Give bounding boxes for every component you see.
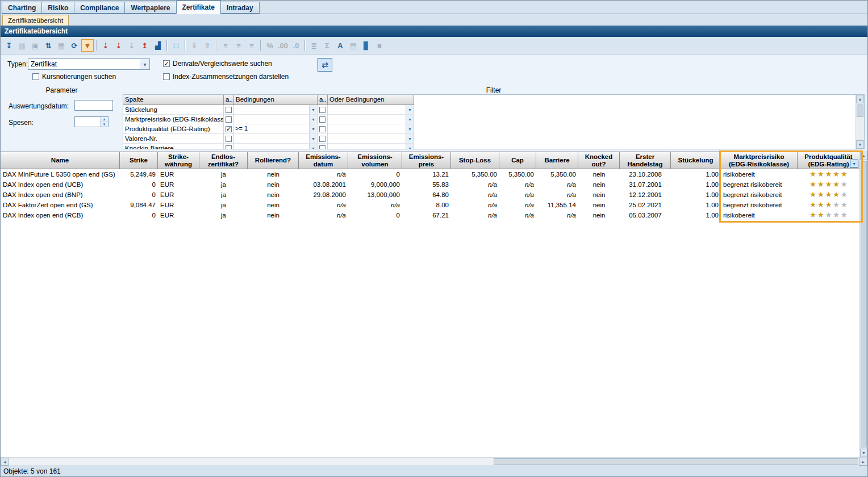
column-header-emissions[interactable]: Emissions- preis [402, 152, 451, 169]
typen-select[interactable]: Zertifikat ▾ [28, 58, 150, 70]
column-header-erster[interactable]: Erster Handelstag [620, 152, 671, 169]
align-center-icon[interactable]: ≡ [232, 39, 245, 52]
sort-clear-icon[interactable]: ⇣ [126, 39, 138, 52]
spesen-increment-button[interactable]: ▴ [101, 117, 108, 122]
filter-and-checkbox[interactable] [226, 116, 232, 123]
filter-scrollbar[interactable]: ▲ ▼ [856, 95, 864, 149]
spesen-input[interactable] [75, 117, 100, 127]
filter-condition-select[interactable]: ▾ [234, 105, 317, 114]
decrease-decimal-icon[interactable]: .0 [290, 39, 302, 52]
spesen-decrement-button[interactable]: ▾ [101, 122, 108, 127]
filter-header-1[interactable]: a.. [224, 95, 234, 105]
fit-rows-icon[interactable]: ⇅ [42, 39, 55, 52]
chart-insert-icon[interactable]: ▊ [360, 39, 373, 52]
filter-header-0[interactable]: Spalte [123, 95, 224, 105]
calendar-icon[interactable]: ▦ [55, 39, 68, 52]
sum-icon[interactable]: Σ [321, 39, 333, 52]
tab-zertifikate[interactable]: Zertifikate [176, 1, 221, 14]
new-window-icon[interactable]: □ [170, 39, 182, 52]
filter-or-checkbox[interactable] [319, 107, 326, 113]
filter-condition-select[interactable]: ▾ [234, 134, 317, 143]
auswertungsdatum-input[interactable] [74, 100, 113, 111]
table-scrollbar[interactable]: ▲ ▼ [859, 152, 867, 457]
percent-format-icon[interactable]: % [264, 39, 276, 52]
export-table-icon[interactable]: ↧ [3, 39, 15, 52]
align-right-icon[interactable]: ≡ [245, 39, 258, 52]
filter-and-checkbox[interactable]: ✓ [226, 126, 232, 132]
refresh-search-button[interactable]: ⇄ [318, 58, 332, 72]
tab-intraday[interactable]: Intraday [220, 2, 260, 14]
column-header-strike[interactable]: Strike [120, 152, 158, 169]
import-row-icon[interactable]: ↥ [139, 39, 151, 52]
tab-charting[interactable]: Charting [2, 2, 42, 14]
column-header-barriere[interactable]: Barriere [536, 152, 578, 169]
font-icon[interactable]: A [334, 39, 347, 52]
horizontal-scrollbar[interactable]: ◄ ► [1, 457, 867, 466]
column-header-stop-loss[interactable]: Stop-Loss [451, 152, 499, 169]
kursnotierungen-checkbox[interactable]: Kursnotierungen suchen [32, 73, 116, 81]
sort-descending-icon[interactable]: ⇧ [201, 39, 214, 52]
grid-lines-icon[interactable]: ≣ [308, 39, 320, 52]
column-header-produktqualitaet[interactable]: Produktqualität (EDG-Rating)▾ [798, 152, 860, 169]
column-header-name[interactable]: Name [1, 152, 120, 169]
scroll-up-button[interactable]: ▲ [856, 95, 864, 103]
filter-or-condition-select[interactable]: ▾ [328, 105, 414, 114]
scroll-down-button[interactable]: ▼ [860, 449, 867, 457]
columns-icon[interactable]: ▤ [347, 39, 360, 52]
table-row[interactable]: DAX Index open end (UCB)0EURjanein03.08.… [1, 179, 867, 190]
column-filter-button[interactable]: ▾ [850, 160, 858, 168]
column-header-rollierend[interactable]: Rollierend? [248, 152, 299, 169]
filter-or-checkbox[interactable] [319, 136, 326, 142]
scrollbar-track[interactable] [9, 458, 859, 466]
increase-decimal-icon[interactable]: .00 [277, 39, 289, 52]
sort-binary-icon[interactable]: ⇣ [112, 39, 125, 52]
column-header-emissions[interactable]: Emissions- volumen [348, 152, 402, 169]
scroll-up-button[interactable]: ▲ [860, 152, 867, 160]
tab-risiko[interactable]: Risiko [41, 2, 74, 14]
scrollbar-thumb[interactable] [494, 458, 858, 465]
filter-and-checkbox[interactable] [226, 136, 232, 142]
scroll-down-button[interactable]: ▼ [856, 140, 864, 149]
filter-or-condition-select[interactable]: ▾ [328, 124, 414, 133]
sort-ascending-icon[interactable]: ⇩ [188, 39, 201, 52]
tab-compliance[interactable]: Compliance [74, 2, 125, 14]
scrollbar-thumb[interactable] [857, 104, 863, 117]
table-row[interactable]: DAX Index open end (RCB)0EURjaneinn/a067… [1, 210, 867, 220]
scroll-right-button[interactable]: ► [859, 458, 867, 466]
stop-icon[interactable]: ■ [373, 39, 386, 52]
table-row[interactable]: DAX MiniFuture L 5350 open end (GS)5,249… [1, 169, 867, 179]
column-header-stueckelung[interactable]: Stückelung [671, 152, 721, 169]
filter-header-4[interactable]: Oder Bedingungen [328, 95, 414, 105]
reload-icon[interactable]: ⟳ [68, 39, 81, 52]
table-row[interactable]: DAX FaktorZert open end (GS)9,084.47EURj… [1, 200, 867, 210]
filter-or-condition-select[interactable]: ▾ [328, 144, 414, 149]
filter-header-3[interactable]: a.. [318, 95, 328, 105]
tab-wertpapiere[interactable]: Wertpapiere [124, 2, 176, 14]
filter-or-checkbox[interactable] [319, 145, 326, 150]
histogram-icon[interactable]: ▟ [152, 39, 164, 52]
scrollbar-track[interactable] [860, 160, 867, 449]
column-header-emissions[interactable]: Emissions- datum [299, 152, 348, 169]
table-row[interactable]: DAX Index open end (BNP)0EURjanein29.08.… [1, 190, 867, 200]
filter-and-checkbox[interactable] [226, 145, 232, 150]
filter-condition-select[interactable]: ▾ [234, 115, 317, 124]
filter-header-2[interactable]: Bedingungen [234, 95, 318, 105]
scrollbar-thumb[interactable] [861, 161, 867, 447]
scroll-left-button[interactable]: ◄ [1, 458, 9, 466]
subtab-zertifikateuebersicht[interactable]: Zertifikateübersicht [2, 15, 69, 26]
filter-or-condition-select[interactable]: ▾ [328, 115, 414, 124]
column-header-marktpreisrisiko[interactable]: Marktpreisrisiko (EDG-Risikoklasse) [721, 152, 798, 169]
align-left-icon[interactable]: ≡ [219, 39, 232, 52]
filter-or-checkbox[interactable] [319, 126, 326, 132]
duplicate-view-icon[interactable]: ▣ [29, 39, 41, 52]
column-header-endlos[interactable]: Endlos- zertifikat? [199, 152, 248, 169]
filter-condition-select[interactable]: ▾ [234, 144, 317, 149]
chart-view-icon[interactable]: ▥ [16, 39, 28, 52]
filter-or-condition-select[interactable]: ▾ [328, 134, 414, 143]
column-header-strike[interactable]: Strike- währung [158, 152, 199, 169]
derivate-checkbox[interactable]: ✓ Derivate/Vergleichswerte suchen [163, 60, 272, 68]
filter-or-checkbox[interactable] [319, 116, 326, 123]
sort-insert-icon[interactable]: ⇣ [99, 39, 112, 52]
filter-icon[interactable]: ▼ [81, 39, 94, 52]
index-checkbox[interactable]: Index-Zusammensetzungen darstellen [163, 73, 289, 81]
